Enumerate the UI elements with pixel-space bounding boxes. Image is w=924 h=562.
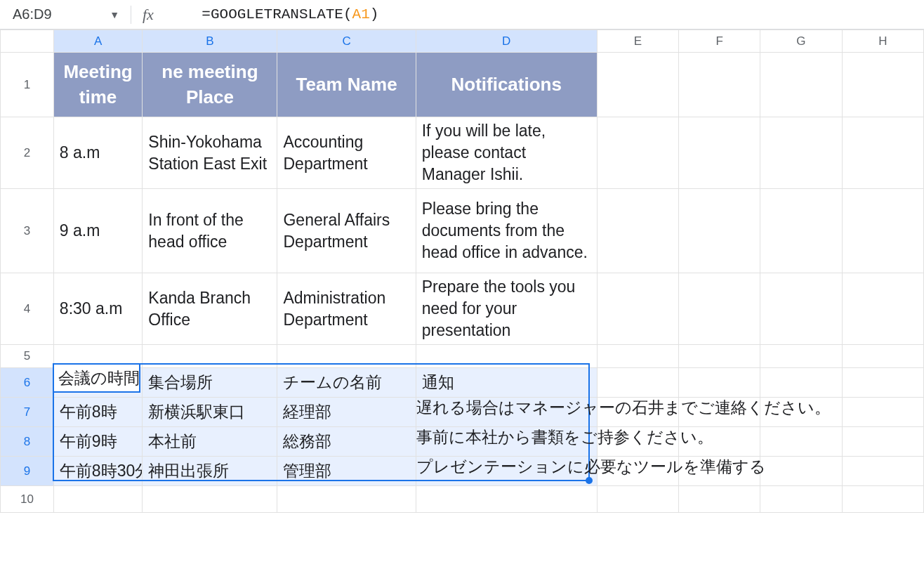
spreadsheet-grid[interactable]: ABCDEFGH1Meeting timene meeting PlaceTea… <box>0 30 924 513</box>
cell-H2[interactable] <box>842 117 923 189</box>
cell-H8[interactable] <box>842 427 923 457</box>
cell-C7[interactable]: 経理部 <box>277 398 416 427</box>
cell-H4[interactable] <box>842 273 923 345</box>
cell-C9[interactable]: 管理部 <box>277 457 416 486</box>
col-header-E[interactable]: E <box>597 30 678 53</box>
cell-F4[interactable] <box>678 273 760 345</box>
cell-D3[interactable]: Please bring the documents from the head… <box>416 189 597 273</box>
cell-G5[interactable] <box>760 345 842 368</box>
cell-F3[interactable] <box>678 189 760 273</box>
cell-F7[interactable] <box>678 398 760 427</box>
cell-B5[interactable] <box>143 345 277 368</box>
col-header-F[interactable]: F <box>678 30 760 53</box>
cell-A1[interactable]: Meeting time <box>53 53 142 117</box>
cell-D4[interactable]: Prepare the tools you need for your pres… <box>416 273 597 345</box>
chevron-down-icon[interactable]: ▼ <box>110 9 119 20</box>
cell-B4[interactable]: Kanda Branch Office <box>143 273 277 345</box>
cell-E10[interactable] <box>597 486 678 513</box>
cell-B2[interactable]: Shin-Yokohama Station East Exit <box>143 117 277 189</box>
cell-E9[interactable] <box>597 457 678 486</box>
cell-A5[interactable] <box>53 345 142 368</box>
cell-C4[interactable]: Administration Department <box>277 273 416 345</box>
row-header-10[interactable]: 10 <box>1 486 54 513</box>
cell-B8[interactable]: 本社前 <box>143 427 277 457</box>
cell-C1[interactable]: Team Name <box>277 53 416 117</box>
cell-G3[interactable] <box>760 189 842 273</box>
cell-A4[interactable]: 8:30 a.m <box>53 273 142 345</box>
cell-D5[interactable] <box>416 345 597 368</box>
cell-F1[interactable] <box>678 53 760 117</box>
col-header-A[interactable]: A <box>53 30 142 53</box>
cell-A7[interactable]: 午前8時 <box>53 398 142 427</box>
cell-G4[interactable] <box>760 273 842 345</box>
cell-D9[interactable] <box>416 457 597 486</box>
cell-G10[interactable] <box>760 486 842 513</box>
cell-H9[interactable] <box>842 457 923 486</box>
cell-E2[interactable] <box>597 117 678 189</box>
cell-D6[interactable]: 通知 <box>416 368 597 398</box>
cell-B6[interactable]: 集合場所 <box>143 368 277 398</box>
cell-B7[interactable]: 新横浜駅東口 <box>143 398 277 427</box>
cell-C2[interactable]: Accounting Department <box>277 117 416 189</box>
row-header-2[interactable]: 2 <box>1 117 54 189</box>
cell-E8[interactable] <box>597 427 678 457</box>
cell-F5[interactable] <box>678 345 760 368</box>
row-header-1[interactable]: 1 <box>1 53 54 117</box>
row-header-7[interactable]: 7 <box>1 398 54 427</box>
row-header-6[interactable]: 6 <box>1 368 54 398</box>
cell-C10[interactable] <box>277 486 416 513</box>
cell-G7[interactable] <box>760 398 842 427</box>
cell-H3[interactable] <box>842 189 923 273</box>
name-box[interactable]: A6:D9 ▼ <box>7 0 119 29</box>
row-header-5[interactable]: 5 <box>1 345 54 368</box>
cell-D1[interactable]: Notifications <box>416 53 597 117</box>
cell-C3[interactable]: General Affairs Department <box>277 189 416 273</box>
cell-B10[interactable] <box>143 486 277 513</box>
cell-G6[interactable] <box>760 368 842 398</box>
cell-B3[interactable]: In front of the head office <box>143 189 277 273</box>
cell-A6[interactable]: 会議の時間 <box>53 368 142 398</box>
cell-C5[interactable] <box>277 345 416 368</box>
cell-H10[interactable] <box>842 486 923 513</box>
cell-A10[interactable] <box>53 486 142 513</box>
cell-G2[interactable] <box>760 117 842 189</box>
fx-icon[interactable]: fx <box>143 6 154 24</box>
cell-E6[interactable] <box>597 368 678 398</box>
cell-G1[interactable] <box>760 53 842 117</box>
select-all-corner[interactable] <box>1 30 54 53</box>
row-header-4[interactable]: 4 <box>1 273 54 345</box>
cell-E4[interactable] <box>597 273 678 345</box>
cell-F2[interactable] <box>678 117 760 189</box>
cell-D8[interactable] <box>416 427 597 457</box>
cell-C8[interactable]: 総務部 <box>277 427 416 457</box>
cell-E7[interactable] <box>597 398 678 427</box>
cell-A3[interactable]: 9 a.m <box>53 189 142 273</box>
cell-E1[interactable] <box>597 53 678 117</box>
cell-G8[interactable] <box>760 427 842 457</box>
col-header-H[interactable]: H <box>842 30 923 53</box>
cell-A8[interactable]: 午前9時 <box>53 427 142 457</box>
cell-B9[interactable]: 神田出張所 <box>143 457 277 486</box>
cell-H1[interactable] <box>842 53 923 117</box>
cell-E5[interactable] <box>597 345 678 368</box>
cell-E3[interactable] <box>597 189 678 273</box>
cell-H5[interactable] <box>842 345 923 368</box>
row-header-8[interactable]: 8 <box>1 427 54 457</box>
cell-A9[interactable]: 午前8時30分 <box>53 457 142 486</box>
cell-G9[interactable] <box>760 457 842 486</box>
cell-F6[interactable] <box>678 368 760 398</box>
col-header-G[interactable]: G <box>760 30 842 53</box>
cell-F8[interactable] <box>678 427 760 457</box>
cell-F9[interactable] <box>678 457 760 486</box>
row-header-3[interactable]: 3 <box>1 189 54 273</box>
cell-D7[interactable] <box>416 398 597 427</box>
cell-D2[interactable]: If you will be late, please contact Mana… <box>416 117 597 189</box>
cell-F10[interactable] <box>678 486 760 513</box>
col-header-B[interactable]: B <box>143 30 277 53</box>
col-header-C[interactable]: C <box>277 30 416 53</box>
cell-A2[interactable]: 8 a.m <box>53 117 142 189</box>
cell-C6[interactable]: チームの名前 <box>277 368 416 398</box>
cell-H6[interactable] <box>842 368 923 398</box>
cell-H7[interactable] <box>842 398 923 427</box>
row-header-9[interactable]: 9 <box>1 457 54 486</box>
